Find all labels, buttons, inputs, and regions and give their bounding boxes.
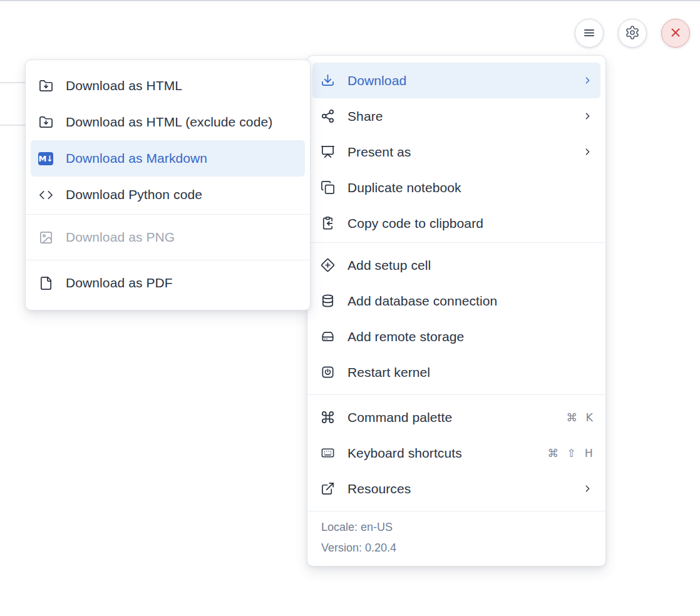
menu-group: Download as HTMLDownload as HTML (exclud… [26,66,310,214]
menu-item-label: Command palette [347,410,452,425]
menu-group: Add setup cellAdd database connectionAdd… [307,242,605,394]
shortcut-keys: ⌘ K [566,411,593,424]
menu-group: DownloadSharePresent asDuplicate noteboo… [307,61,605,242]
menu-item-present-as[interactable]: Present as [312,134,600,170]
menu-item-add-database-connection[interactable]: Add database connection [312,283,600,319]
shortcut-keys: ⌘ ⇧ H [548,447,593,459]
hard-drive-icon [320,329,335,344]
menu-item-duplicate-notebook[interactable]: Duplicate notebook [312,170,600,205]
menu-item-command-palette[interactable]: Command palette⌘ K [312,399,600,435]
folder-down-icon [38,115,53,130]
page-top-border [0,0,700,1]
settings-button[interactable] [618,19,647,48]
menu-item-label: Download as PDF [66,275,173,290]
notebook-actions-menu: DownloadSharePresent asDuplicate noteboo… [307,55,606,567]
locale-text: Locale: en-US [321,517,592,538]
download-submenu: Download as HTMLDownload as HTML (exclud… [25,59,311,311]
menu-item-download-python-code[interactable]: Download Python code [31,177,305,213]
command-icon [320,410,335,425]
menu-item-download-as-html[interactable]: Download as HTML [31,68,305,104]
menu-item-add-setup-cell[interactable]: Add setup cell [312,247,600,283]
folder-down-icon [38,78,53,93]
submenu-indicator [582,146,593,157]
notebook-toolbar [575,19,690,48]
notebook-menu-button[interactable] [575,19,604,48]
menu-item-label: Download Python code [66,187,202,202]
menu-item-label: Keyboard shortcuts [347,446,462,461]
menu-item-label: Download as HTML (exclude code) [66,115,272,130]
copy-icon [320,180,335,195]
menu-item-download-as-pdf[interactable]: Download as PDF [31,265,305,301]
menu-item-keyboard-shortcuts[interactable]: Keyboard shortcuts⌘ ⇧ H [312,435,600,471]
menu-item-label: Download as PNG [66,230,175,245]
menu-item-add-remote-storage[interactable]: Add remote storage [312,319,600,354]
share-icon [320,109,335,124]
menu-item-copy-code-to-clipboard[interactable]: Copy code to clipboard [312,205,600,241]
page-divider-line [0,82,26,83]
menu-group: Download as PNG [26,214,310,260]
gear-icon [625,25,640,42]
shortcut-hint: ⌘ K [566,411,593,424]
menu-item-restart-kernel[interactable]: Restart kernel [312,354,600,390]
menu-group: Command palette⌘ KKeyboard shortcuts⌘ ⇧ … [307,394,605,511]
menu-item-label: Copy code to clipboard [347,216,483,231]
submenu-indicator [582,483,593,494]
close-icon [668,25,683,42]
menu-item-label: Download [347,73,406,88]
close-button[interactable] [661,19,690,48]
external-link-icon [320,481,335,496]
menu-item-label: Present as [347,145,411,160]
diamond-plus-icon [320,258,335,273]
code-icon [38,187,53,202]
menu-item-label: Restart kernel [347,365,430,380]
shortcut-hint: ⌘ ⇧ H [548,447,593,459]
submenu-indicator [582,111,593,121]
image-icon [38,230,53,245]
menu-item-share[interactable]: Share [312,98,600,134]
presentation-icon [320,145,335,160]
version-text: Version: 0.20.4 [321,538,592,558]
menu-item-download[interactable]: Download [312,63,600,98]
download-icon [320,73,335,88]
chevron-right-icon [582,146,593,157]
menu-item-download-as-markdown[interactable]: M↓Download as Markdown [31,140,305,177]
power-square-icon [320,365,335,380]
menu-item-label: Download as HTML [66,78,182,93]
menu-item-label: Resources [347,481,411,496]
menu-item-label: Share [347,109,383,124]
submenu-indicator [582,75,593,86]
menu-item-resources[interactable]: Resources [312,471,600,506]
menu-item-label: Add database connection [347,294,497,309]
chevron-right-icon [582,75,593,86]
menu-item-label: Duplicate notebook [347,180,461,195]
keyboard-icon [320,446,335,461]
markdown-icon: M↓ [38,152,53,165]
file-icon [38,275,53,290]
chevron-right-icon [582,483,593,494]
menu-item-label: Download as Markdown [66,151,207,166]
menu-item-label: Add remote storage [347,329,464,344]
menu-item-label: Add setup cell [347,258,431,273]
menu-item-download-as-html-exclude-code[interactable]: Download as HTML (exclude code) [31,104,305,140]
menu-item-download-as-png: Download as PNG [31,219,305,255]
clipboard-copy-icon [320,216,335,231]
menu-group: Download as PDF [26,260,310,305]
chevron-right-icon [582,111,593,121]
database-icon [320,294,335,309]
menu-icon [582,25,597,42]
menu-footer: Locale: en-US Version: 0.20.4 [307,511,605,566]
markdown-icon: M↓ [38,151,53,166]
page-divider-line [0,125,26,126]
